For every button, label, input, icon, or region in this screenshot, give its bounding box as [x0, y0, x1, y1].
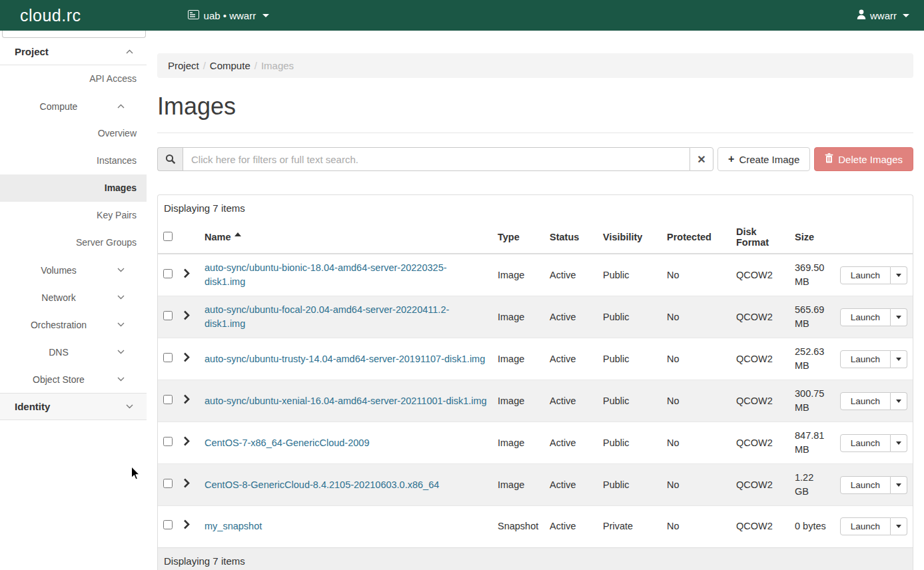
- brand-logo: cloud.rc: [20, 6, 81, 25]
- launch-dropdown-toggle[interactable]: [891, 350, 907, 368]
- sidebar-group-orchestration[interactable]: Orchestration: [0, 311, 147, 338]
- table-row: my_snapshot Snapshot Active Private No Q…: [158, 506, 913, 547]
- sidebar-section-label: Identity: [15, 401, 50, 412]
- create-image-button[interactable]: + Create Image: [717, 147, 810, 171]
- sidebar-item-key-pairs[interactable]: Key Pairs: [0, 202, 147, 229]
- page-title: Images: [157, 93, 913, 121]
- sidebar-group-volumes[interactable]: Volumes: [0, 256, 147, 284]
- cell-visibility: Private: [598, 506, 662, 547]
- sort-ascending-icon: [234, 232, 241, 236]
- sidebar-item-api-access[interactable]: API Access: [0, 65, 147, 93]
- breadcrumb-separator: /: [203, 60, 206, 71]
- caret-down-icon: [896, 358, 901, 361]
- column-header-protected[interactable]: Protected: [662, 221, 731, 254]
- images-table: Name Type Status Visibility Protected Di…: [158, 221, 913, 547]
- sidebar-group-dns[interactable]: DNS: [0, 338, 147, 366]
- column-header-type[interactable]: Type: [492, 221, 544, 254]
- sidebar-section-project[interactable]: Project: [0, 38, 147, 65]
- cell-size: 252.63 MB: [789, 338, 832, 380]
- sidebar-item-images[interactable]: Images: [0, 174, 147, 202]
- column-header-name[interactable]: Name: [199, 221, 492, 254]
- chevron-right-icon[interactable]: [183, 519, 190, 533]
- image-name-link[interactable]: my_snapshot: [205, 521, 262, 531]
- chevron-right-icon[interactable]: [183, 394, 190, 408]
- column-header-disk-format[interactable]: Disk Format: [731, 221, 789, 254]
- chevron-right-icon[interactable]: [183, 268, 190, 282]
- sidebar-item-server-groups[interactable]: Server Groups: [0, 229, 147, 256]
- sidebar-section-label: Project: [15, 46, 49, 57]
- launch-button[interactable]: Launch: [840, 476, 891, 494]
- sidebar-group-compute[interactable]: Compute: [0, 93, 147, 120]
- launch-dropdown-toggle[interactable]: [891, 434, 907, 452]
- row-checkbox[interactable]: [163, 311, 173, 320]
- project-context-switcher[interactable]: uab • wwarr: [188, 10, 270, 21]
- filter-search-group: ✕: [157, 147, 713, 171]
- launch-dropdown-toggle[interactable]: [891, 476, 907, 494]
- chevron-right-icon[interactable]: [183, 478, 190, 492]
- breadcrumb-project[interactable]: Project: [168, 60, 199, 71]
- launch-button[interactable]: Launch: [840, 308, 891, 326]
- user-menu[interactable]: wwarr: [857, 9, 909, 21]
- column-label: Name: [205, 232, 231, 242]
- column-header-size[interactable]: Size: [789, 221, 832, 254]
- launch-dropdown-toggle[interactable]: [891, 517, 907, 535]
- clear-search-icon[interactable]: ✕: [690, 147, 713, 171]
- launch-button[interactable]: Launch: [840, 517, 891, 535]
- cell-type: Image: [492, 380, 544, 422]
- image-name-link[interactable]: auto-sync/ubuntu-bionic-18.04-amd64-serv…: [205, 262, 447, 287]
- row-checkbox[interactable]: [163, 520, 173, 529]
- table-row: auto-sync/ubuntu-trusty-14.04-amd64-serv…: [158, 338, 913, 380]
- sidebar-item-instances[interactable]: Instances: [0, 147, 147, 174]
- context-label: uab • wwarr: [204, 10, 256, 21]
- table-caption: Displaying 7 items: [158, 195, 913, 221]
- cell-disk-format: QCOW2: [731, 296, 789, 338]
- chevron-right-icon[interactable]: [183, 436, 190, 450]
- breadcrumb-current: Images: [261, 60, 294, 71]
- launch-button[interactable]: Launch: [840, 350, 891, 368]
- column-header-status[interactable]: Status: [544, 221, 598, 254]
- chevron-right-icon[interactable]: [183, 352, 190, 366]
- sidebar-group-network[interactable]: Network: [0, 284, 147, 311]
- chevron-down-icon: [903, 14, 909, 17]
- cell-protected: No: [662, 464, 731, 506]
- cell-protected: No: [662, 506, 731, 547]
- cell-disk-format: QCOW2: [731, 464, 789, 506]
- trash-icon: [825, 153, 833, 165]
- select-all-checkbox[interactable]: [163, 232, 173, 241]
- launch-dropdown-toggle[interactable]: [891, 392, 907, 410]
- chevron-up-icon: [126, 49, 133, 54]
- image-name-link[interactable]: CentOS-7-x86_64-GenericCloud-2009: [205, 437, 369, 448]
- image-name-link[interactable]: auto-sync/ubuntu-trusty-14.04-amd64-serv…: [205, 354, 485, 364]
- user-icon: [857, 9, 866, 21]
- table-row: auto-sync/ubuntu-focal-20.04-amd64-serve…: [158, 296, 913, 338]
- sidebar-item-overview[interactable]: Overview: [0, 120, 147, 147]
- cell-status: Active: [544, 254, 598, 296]
- sidebar-group-object-store[interactable]: Object Store: [0, 366, 147, 393]
- row-checkbox[interactable]: [163, 479, 173, 488]
- delete-images-button[interactable]: Delete Images: [814, 147, 913, 171]
- image-name-link[interactable]: auto-sync/ubuntu-xenial-16.04-amd64-serv…: [205, 396, 487, 406]
- launch-dropdown-toggle[interactable]: [891, 266, 907, 284]
- column-header-visibility[interactable]: Visibility: [598, 221, 662, 254]
- launch-button[interactable]: Launch: [840, 392, 891, 410]
- create-image-label: Create Image: [739, 154, 799, 165]
- chevron-down-icon: [126, 404, 133, 409]
- row-checkbox[interactable]: [163, 395, 173, 404]
- image-name-link[interactable]: CentOS-8-GenericCloud-8.4.2105-20210603.…: [205, 479, 439, 490]
- launch-button[interactable]: Launch: [840, 266, 891, 284]
- sidebar-scrolled-panel-edge: [2, 31, 146, 38]
- plus-icon: +: [728, 153, 734, 165]
- chevron-right-icon[interactable]: [183, 310, 190, 324]
- row-checkbox[interactable]: [163, 269, 173, 278]
- launch-dropdown-toggle[interactable]: [891, 308, 907, 326]
- sidebar-group-label: Compute: [0, 101, 117, 112]
- sidebar-section-identity[interactable]: Identity: [0, 393, 147, 420]
- row-checkbox[interactable]: [163, 353, 173, 362]
- row-checkbox[interactable]: [163, 437, 173, 446]
- breadcrumb-compute[interactable]: Compute: [210, 60, 250, 71]
- chevron-down-icon: [262, 14, 269, 17]
- image-name-link[interactable]: auto-sync/ubuntu-focal-20.04-amd64-serve…: [205, 304, 449, 329]
- filter-search-input[interactable]: [183, 147, 690, 171]
- launch-button[interactable]: Launch: [840, 434, 891, 452]
- cell-visibility: Public: [598, 422, 662, 464]
